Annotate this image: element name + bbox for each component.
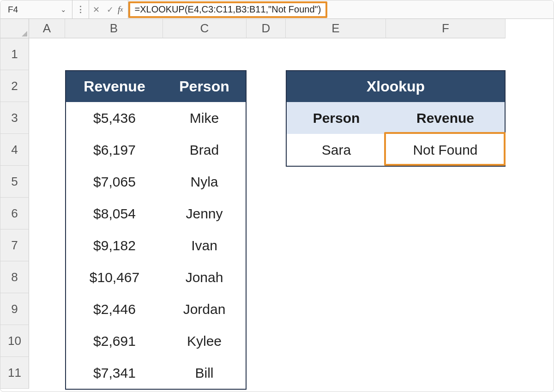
lookup-header-revenue[interactable]: Revenue bbox=[386, 102, 505, 134]
row-header[interactable]: 5 bbox=[0, 166, 29, 198]
lookup-table-title[interactable]: Xlookup bbox=[287, 71, 505, 102]
column-header[interactable]: F bbox=[386, 19, 506, 38]
confirm-icon[interactable]: ✓ bbox=[103, 0, 117, 18]
name-box[interactable] bbox=[7, 4, 58, 15]
lookup-header-person[interactable]: Person bbox=[287, 102, 386, 134]
column-header[interactable]: E bbox=[286, 19, 386, 38]
formula-bar-separator-icon: ⋮ bbox=[72, 0, 89, 18]
cell[interactable]: $8,054 bbox=[66, 198, 163, 229]
name-box-dropdown-icon[interactable]: ⌄ bbox=[58, 6, 69, 14]
row-header[interactable]: 6 bbox=[0, 198, 29, 229]
lookup-table: Xlookup Person Revenue Sara Not Found bbox=[286, 70, 506, 167]
cell[interactable]: Kylee bbox=[163, 325, 246, 357]
cell[interactable]: $7,341 bbox=[66, 357, 163, 389]
lookup-result-revenue[interactable]: Not Found bbox=[386, 134, 505, 166]
insert-function-icon[interactable]: fx bbox=[117, 0, 128, 18]
data-table-main: Revenue Person $5,436Mike $6,197Brad $7,… bbox=[65, 70, 247, 390]
row-header[interactable]: 3 bbox=[0, 102, 29, 134]
select-all-corner[interactable] bbox=[0, 19, 29, 38]
table-header-revenue[interactable]: Revenue bbox=[66, 71, 163, 102]
cell[interactable]: Mike bbox=[163, 102, 246, 134]
cell[interactable]: Brad bbox=[163, 134, 246, 166]
lookup-value-person[interactable]: Sara bbox=[287, 134, 386, 166]
cell[interactable]: $2,446 bbox=[66, 293, 163, 325]
row-header[interactable]: 10 bbox=[0, 325, 29, 357]
table-header-person[interactable]: Person bbox=[163, 71, 246, 102]
cell[interactable]: $5,436 bbox=[66, 102, 163, 134]
row-header[interactable]: 2 bbox=[0, 70, 29, 102]
cell[interactable]: $9,182 bbox=[66, 229, 163, 261]
column-header[interactable]: B bbox=[65, 19, 163, 38]
cell[interactable]: Nyla bbox=[163, 166, 246, 198]
cell[interactable]: Ivan bbox=[163, 229, 246, 261]
cell[interactable]: $6,197 bbox=[66, 134, 163, 166]
formula-input[interactable]: =XLOOKUP(E4,C3:C11,B3:B11,"Not Found") bbox=[128, 1, 328, 18]
row-header[interactable]: 4 bbox=[0, 134, 29, 166]
name-box-container: ⌄ bbox=[0, 0, 72, 18]
column-headers: A B C D E F bbox=[29, 19, 506, 38]
row-header[interactable]: 9 bbox=[0, 293, 29, 325]
row-header[interactable]: 8 bbox=[0, 261, 29, 293]
cell[interactable]: Jenny bbox=[163, 198, 246, 229]
cell[interactable]: Jordan bbox=[163, 293, 246, 325]
cell[interactable]: Bill bbox=[163, 357, 246, 389]
cancel-icon[interactable]: ✕ bbox=[89, 0, 103, 18]
row-headers: 1 2 3 4 5 6 7 8 9 10 11 bbox=[0, 38, 29, 389]
row-header[interactable]: 1 bbox=[0, 38, 29, 70]
row-header[interactable]: 11 bbox=[0, 357, 29, 389]
cell[interactable]: $10,467 bbox=[66, 261, 163, 293]
column-header[interactable]: D bbox=[247, 19, 286, 38]
column-header[interactable]: A bbox=[29, 19, 65, 38]
cell[interactable]: $2,691 bbox=[66, 325, 163, 357]
column-header[interactable]: C bbox=[163, 19, 247, 38]
cell[interactable]: Jonah bbox=[163, 261, 246, 293]
row-header[interactable]: 7 bbox=[0, 229, 29, 261]
formula-bar: ⌄ ⋮ ✕ ✓ fx =XLOOKUP(E4,C3:C11,B3:B11,"No… bbox=[0, 0, 554, 19]
cell[interactable]: $7,065 bbox=[66, 166, 163, 198]
